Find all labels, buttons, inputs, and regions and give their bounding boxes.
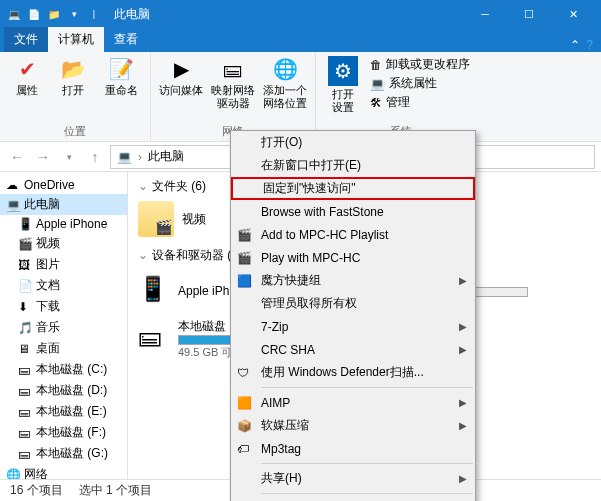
- check-icon: ✔: [14, 56, 40, 82]
- item-count: 16 个项目: [10, 482, 63, 499]
- sidebar-item[interactable]: 🖴本地磁盘 (C:): [0, 359, 127, 380]
- sidebar-item[interactable]: 📄文档: [0, 275, 127, 296]
- window-controls: ─ ☐ ✕: [463, 0, 595, 28]
- window-title: 此电脑: [114, 6, 150, 23]
- tab-file[interactable]: 文件: [4, 27, 48, 52]
- folder-icon: 🎬: [138, 201, 174, 237]
- menu-item[interactable]: 🏷Mp3tag: [231, 437, 475, 460]
- chevron-down-icon: ⌄: [138, 248, 148, 262]
- system-props-button[interactable]: 💻系统属性: [370, 75, 470, 92]
- ribbon-group-network: ▶ 访问媒体 🖴 映射网络 驱动器 🌐 添加一个 网络位置 网络: [151, 52, 316, 141]
- menu-separator: [261, 493, 473, 494]
- monitor-icon: 💻: [6, 198, 20, 212]
- sidebar-item-label: 此电脑: [24, 196, 60, 213]
- map-network-button[interactable]: 🖴 映射网络 驱动器: [211, 56, 255, 110]
- sidebar-item[interactable]: 🖴本地磁盘 (G:): [0, 443, 127, 464]
- menu-item[interactable]: 在新窗口中打开(E): [231, 154, 475, 177]
- menu-item-icon: 📦: [237, 419, 253, 433]
- submenu-arrow-icon: ▶: [459, 275, 467, 286]
- open-button[interactable]: 📂 打开: [54, 56, 92, 97]
- sidebar-item-label: 网络: [24, 466, 48, 479]
- menu-item-icon: 🛡: [237, 366, 253, 380]
- file-icon[interactable]: 📄: [26, 6, 42, 22]
- doc-icon: 📄: [18, 279, 32, 293]
- menu-item[interactable]: 🎬Add to MPC-HC Playlist: [231, 223, 475, 246]
- menu-item[interactable]: 🛡使用 Windows Defender扫描...: [231, 361, 475, 384]
- sidebar-item[interactable]: 🖼图片: [0, 254, 127, 275]
- tab-view[interactable]: 查看: [104, 27, 148, 52]
- manage-button[interactable]: 🛠管理: [370, 94, 470, 111]
- sidebar-item[interactable]: 🖴本地磁盘 (F:): [0, 422, 127, 443]
- menu-item[interactable]: CRC SHA▶: [231, 338, 475, 361]
- tile-label: 视频: [182, 211, 206, 228]
- sidebar-item[interactable]: 🖴本地磁盘 (E:): [0, 401, 127, 422]
- menu-item[interactable]: 🎬Play with MPC-HC: [231, 246, 475, 269]
- download-icon: ⬇: [18, 300, 32, 314]
- back-button[interactable]: ←: [6, 146, 28, 168]
- tab-computer[interactable]: 计算机: [48, 27, 104, 52]
- close-button[interactable]: ✕: [551, 0, 595, 28]
- phone-icon: 📱: [18, 217, 32, 231]
- access-media-button[interactable]: ▶ 访问媒体: [159, 56, 203, 97]
- sysprops-icon: 💻: [370, 77, 385, 91]
- sidebar-item[interactable]: 📱Apple iPhone: [0, 215, 127, 233]
- sidebar-item[interactable]: 🎵音乐: [0, 317, 127, 338]
- rename-button[interactable]: 📝 重命名: [100, 56, 142, 97]
- ribbon-collapse-icon[interactable]: ⌃: [570, 38, 580, 52]
- minimize-button[interactable]: ─: [463, 0, 507, 28]
- breadcrumb[interactable]: 此电脑: [148, 148, 184, 165]
- menu-item-label: AIMP: [261, 396, 290, 410]
- help-icon[interactable]: ?: [586, 38, 593, 52]
- folder-tile[interactable]: 🎬视频: [138, 201, 228, 237]
- up-button[interactable]: ↑: [84, 146, 106, 168]
- menu-item[interactable]: 🟧AIMP▶: [231, 391, 475, 414]
- properties-button[interactable]: ✔ 属性: [8, 56, 46, 97]
- forward-button[interactable]: →: [32, 146, 54, 168]
- sidebar-item-label: OneDrive: [24, 178, 75, 192]
- sidebar-item-label: 文档: [36, 277, 60, 294]
- menu-item[interactable]: ☁上传到百度云: [231, 497, 475, 501]
- menu-item-label: 管理员取得所有权: [261, 295, 357, 312]
- sidebar-item[interactable]: 🖥桌面: [0, 338, 127, 359]
- sidebar-item[interactable]: 💻此电脑: [0, 194, 127, 215]
- monitor-icon: 💻: [117, 150, 132, 164]
- menu-item-icon: 🎬: [237, 228, 253, 242]
- chevron-down-icon: ⌄: [138, 179, 148, 193]
- menu-item-icon: 🟦: [237, 274, 253, 288]
- recent-dropdown[interactable]: ▾: [58, 146, 80, 168]
- folder-icon[interactable]: 📁: [46, 6, 62, 22]
- menu-item-label: 在新窗口中打开(E): [261, 157, 361, 174]
- settings-button[interactable]: ⚙ 打开 设置: [324, 56, 362, 114]
- sidebar-item[interactable]: ☁OneDrive: [0, 176, 127, 194]
- menu-item[interactable]: 🟦魔方快捷组▶: [231, 269, 475, 292]
- disk-icon: 🖴: [18, 384, 32, 398]
- media-icon: ▶: [168, 56, 194, 82]
- uninstall-button[interactable]: 🗑卸载或更改程序: [370, 56, 470, 73]
- menu-item[interactable]: Browse with FastStone: [231, 200, 475, 223]
- menu-item[interactable]: 共享(H)▶: [231, 467, 475, 490]
- menu-item[interactable]: 📦软媒压缩▶: [231, 414, 475, 437]
- sidebar-item[interactable]: 🎬视频: [0, 233, 127, 254]
- globe-icon: 🌐: [272, 56, 298, 82]
- menu-item-label: 固定到"快速访问": [263, 180, 356, 197]
- maximize-button[interactable]: ☐: [507, 0, 551, 28]
- menu-item[interactable]: 管理员取得所有权: [231, 292, 475, 315]
- menu-item[interactable]: 7-Zip▶: [231, 315, 475, 338]
- menu-separator: [261, 387, 473, 388]
- sidebar-item[interactable]: 🖴本地磁盘 (D:): [0, 380, 127, 401]
- menu-item-label: Mp3tag: [261, 442, 301, 456]
- video-icon: 🎬: [18, 237, 32, 251]
- ribbon: ✔ 属性 📂 打开 📝 重命名 位置 ▶ 访问媒体 🖴 映射网络 驱动器: [0, 52, 601, 142]
- uninstall-icon: 🗑: [370, 58, 382, 72]
- menu-item[interactable]: 打开(O): [231, 131, 475, 154]
- navigation-pane: ☁OneDrive💻此电脑📱Apple iPhone🎬视频🖼图片📄文档⬇下载🎵音…: [0, 172, 128, 479]
- sidebar-item[interactable]: 🌐网络: [0, 464, 127, 479]
- ribbon-tabs: 文件 计算机 查看 ⌃ ?: [0, 28, 601, 52]
- menu-item-label: 7-Zip: [261, 320, 288, 334]
- menu-item-label: 魔方快捷组: [261, 272, 321, 289]
- add-network-button[interactable]: 🌐 添加一个 网络位置: [263, 56, 307, 110]
- disk-icon: 🖴: [18, 363, 32, 377]
- menu-item[interactable]: 固定到"快速访问": [231, 177, 475, 200]
- qat-dropdown-icon[interactable]: ▾: [66, 6, 82, 22]
- sidebar-item[interactable]: ⬇下载: [0, 296, 127, 317]
